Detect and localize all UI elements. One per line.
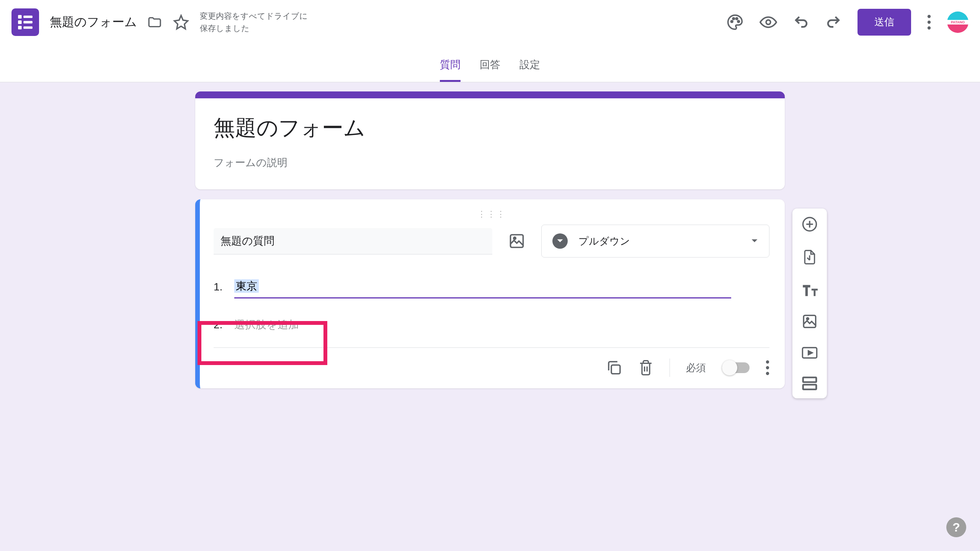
add-question-icon[interactable]	[802, 216, 818, 232]
required-toggle[interactable]	[722, 362, 750, 373]
option-number: 2.	[214, 319, 227, 331]
chevron-down-icon	[751, 239, 758, 243]
question-type-label: プルダウン	[578, 235, 751, 248]
question-more-icon[interactable]	[766, 360, 769, 375]
question-title-input[interactable]	[214, 228, 492, 254]
add-title-icon[interactable]	[802, 282, 818, 297]
svg-rect-16	[611, 365, 620, 374]
help-button[interactable]: ?	[946, 517, 966, 537]
svg-point-18	[766, 366, 769, 369]
save-status-line2: 保存しました	[200, 22, 308, 34]
svg-point-6	[731, 20, 733, 22]
svg-point-10	[766, 20, 771, 24]
svg-rect-4	[18, 26, 21, 29]
svg-rect-2	[18, 20, 21, 24]
send-button[interactable]: 送信	[858, 9, 911, 36]
svg-rect-0	[18, 15, 21, 18]
add-section-icon[interactable]	[802, 376, 818, 391]
tab-questions[interactable]: 質問	[440, 58, 461, 82]
add-video-icon[interactable]	[801, 346, 818, 359]
divider	[670, 359, 670, 377]
option-input[interactable]: 東京	[234, 275, 731, 298]
add-option-input[interactable]: 選択肢を追加	[234, 314, 299, 336]
document-title[interactable]: 無題のフォーム	[50, 14, 137, 31]
side-toolbar	[792, 209, 827, 398]
svg-rect-25	[803, 385, 817, 389]
add-image-icon[interactable]	[504, 228, 530, 254]
svg-point-13	[928, 26, 931, 29]
tabs-bar: 質問 回答 設定	[0, 44, 980, 82]
svg-point-22	[807, 318, 808, 320]
svg-point-12	[928, 20, 931, 23]
question-card[interactable]: ⋮⋮⋮ プルダウン 1. 東京	[195, 199, 785, 388]
svg-rect-1	[23, 15, 33, 18]
redo-icon[interactable]	[825, 14, 841, 30]
svg-point-8	[736, 18, 737, 19]
import-questions-icon[interactable]	[802, 249, 817, 265]
svg-point-7	[733, 18, 734, 19]
drag-handle-icon[interactable]: ⋮⋮⋮	[214, 209, 769, 219]
tab-responses[interactable]: 回答	[480, 58, 500, 82]
folder-icon[interactable]	[147, 15, 162, 30]
delete-icon[interactable]	[638, 359, 653, 376]
app-header: 無題のフォーム 変更内容をすべてドライブに 保存しました 送信 PATANO	[0, 0, 980, 44]
form-description[interactable]: フォームの説明	[214, 156, 766, 170]
save-status-line1: 変更内容をすべてドライブに	[200, 10, 308, 22]
more-menu-icon[interactable]	[927, 15, 931, 30]
star-icon[interactable]	[173, 14, 189, 30]
svg-point-15	[514, 237, 516, 240]
preview-icon[interactable]	[760, 13, 777, 31]
add-image-icon[interactable]	[802, 313, 818, 329]
question-type-dropdown[interactable]: プルダウン	[541, 225, 769, 258]
option-number: 1.	[214, 281, 227, 293]
avatar[interactable]: PATANO	[947, 11, 969, 33]
dropdown-type-icon	[552, 233, 568, 249]
add-option-row: 2. 選択肢を追加	[214, 314, 769, 336]
svg-rect-3	[23, 21, 33, 23]
svg-point-9	[738, 20, 739, 22]
form-title-card[interactable]: 無題のフォーム フォームの説明	[195, 91, 785, 189]
undo-icon[interactable]	[793, 14, 809, 30]
question-footer: 必須	[214, 347, 769, 377]
form-title[interactable]: 無題のフォーム	[214, 114, 766, 143]
tab-settings[interactable]: 設定	[519, 58, 540, 82]
svg-point-19	[766, 372, 769, 375]
forms-logo[interactable]	[11, 8, 39, 36]
required-label: 必須	[686, 361, 706, 375]
palette-icon[interactable]	[727, 14, 743, 31]
svg-point-17	[766, 360, 769, 364]
option-row: 1. 東京	[214, 275, 769, 298]
svg-rect-5	[23, 26, 33, 29]
save-status: 変更内容をすべてドライブに 保存しました	[200, 10, 308, 34]
svg-rect-24	[803, 377, 817, 382]
duplicate-icon[interactable]	[606, 360, 622, 376]
svg-point-11	[928, 15, 931, 18]
